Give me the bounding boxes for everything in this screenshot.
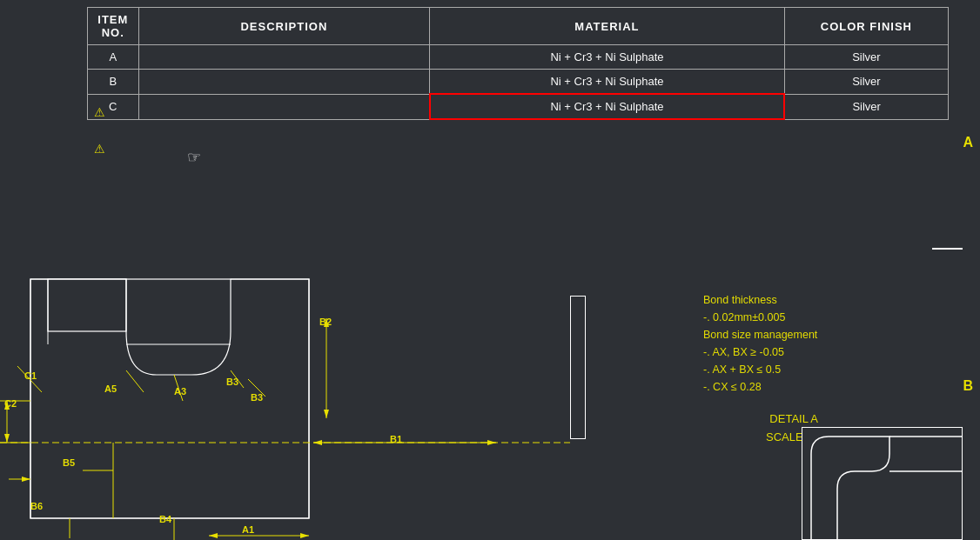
bond-line5: -. AX + BX ≤ 0.5 [703, 361, 817, 378]
svg-line-11 [126, 370, 144, 392]
dim-label-a5: A5 [104, 383, 117, 394]
dim-label-a3: A3 [174, 386, 186, 397]
dim-label-b5: B5 [63, 457, 75, 468]
label-b-right: B [963, 378, 973, 394]
item-a: A [88, 45, 139, 70]
divider-line-top-right [932, 248, 963, 250]
drawing-area: B2 C1 A5 A3 B3 B3 C2 B5 B6 B4 A1 B1 [0, 227, 574, 540]
bond-line3: Bond size management [703, 326, 817, 343]
header-description: DESCRIPTION [138, 8, 430, 45]
color-b: Silver [784, 70, 948, 95]
technical-drawing-svg [0, 227, 574, 540]
dim-label-b2: B2 [319, 317, 332, 327]
color-c: Silver [784, 94, 948, 119]
bond-line2: -. 0.02mm±0.005 [703, 309, 817, 326]
table-row: A Ni + Cr3 + Ni Sulphate Silver [88, 45, 949, 70]
dim-label-c1: C1 [24, 370, 37, 381]
desc-a [138, 45, 430, 70]
dim-label-b3-top: B3 [226, 377, 238, 387]
svg-marker-28 [313, 440, 322, 445]
dim-label-b4: B4 [159, 514, 171, 524]
cursor-hand-icon: ☞ [187, 148, 201, 167]
material-c: Ni + Cr3 + Ni Sulphate [430, 94, 785, 119]
warning-icon-b: ⚠ [94, 105, 105, 119]
table-row: C Ni + Cr3 + Ni Sulphate Silver [88, 94, 949, 119]
bond-text-block: Bond thickness -. 0.02mm±0.005 Bond size… [703, 291, 817, 396]
header-item-no: ITEMNO. [88, 8, 139, 45]
dim-label-c2: C2 [4, 398, 17, 409]
label-a-right: A [963, 135, 973, 150]
svg-rect-3 [48, 279, 126, 331]
bond-line1: Bond thickness [703, 291, 817, 309]
table-row: B Ni + Cr3 + Ni Sulphate Silver [88, 70, 949, 95]
detail-a-line1: DETAIL A [766, 410, 822, 429]
dim-label-a1: A1 [242, 524, 254, 535]
material-b: Ni + Cr3 + Ni Sulphate [430, 70, 785, 95]
dim-label-b1: B1 [390, 434, 402, 444]
dim-label-b3-bot: B3 [251, 392, 263, 403]
color-a: Silver [784, 45, 948, 70]
header-material: MATERIAL [430, 8, 785, 45]
warning-icon-c: ⚠ [94, 142, 105, 156]
material-a: Ni + Cr3 + Ni Sulphate [430, 45, 785, 70]
item-b: B [88, 70, 139, 95]
detail-a-svg [802, 428, 963, 540]
detail-a-box [802, 427, 963, 540]
desc-c [138, 94, 430, 119]
svg-marker-25 [300, 533, 309, 538]
header-color-finish: COLOR FINISH [784, 8, 948, 45]
svg-marker-19 [4, 434, 10, 443]
parts-table-container: ITEMNO. DESCRIPTION MATERIAL COLOR FINIS… [87, 7, 949, 120]
svg-marker-31 [22, 477, 30, 482]
desc-b [138, 70, 430, 95]
dim-label-b6: B6 [30, 501, 43, 511]
parts-table: ITEMNO. DESCRIPTION MATERIAL COLOR FINIS… [87, 7, 949, 120]
svg-marker-9 [324, 410, 329, 418]
bond-line4: -. AX, BX ≥ -0.05 [703, 343, 817, 361]
bond-line6: -. CX ≤ 0.28 [703, 378, 817, 396]
svg-marker-29 [487, 440, 496, 445]
svg-marker-26 [209, 533, 218, 538]
